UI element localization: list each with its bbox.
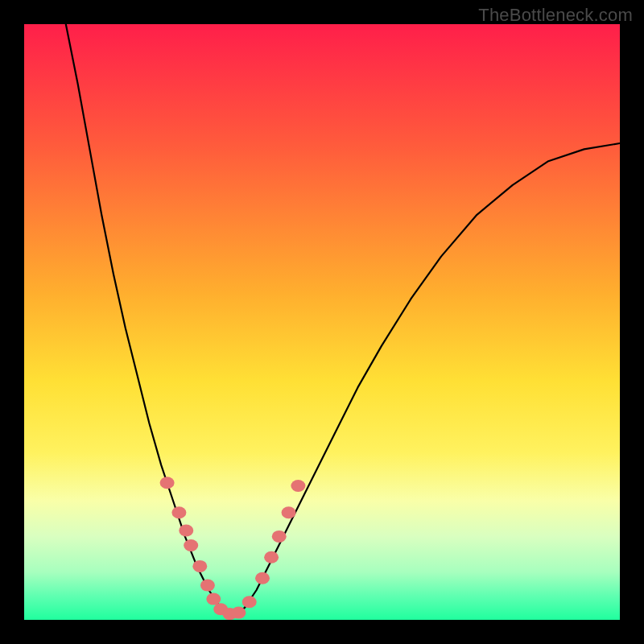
plot-svg bbox=[24, 24, 620, 620]
highlight-dot bbox=[291, 480, 305, 492]
highlight-dot bbox=[192, 560, 207, 572]
highlight-dot bbox=[200, 580, 215, 592]
chart-frame: TheBottleneck.com bbox=[0, 0, 644, 644]
watermark-text: TheBottleneck.com bbox=[478, 5, 633, 26]
highlight-dot bbox=[272, 530, 287, 543]
highlight-dot bbox=[184, 539, 198, 551]
highlight-dot bbox=[282, 506, 296, 518]
highlight-dot bbox=[242, 596, 257, 608]
highlight-dot bbox=[206, 593, 221, 605]
plot-area bbox=[24, 24, 620, 620]
highlight-dot bbox=[179, 525, 193, 537]
highlight-dot bbox=[231, 607, 246, 619]
highlight-dot bbox=[160, 477, 175, 489]
gradient-background bbox=[24, 24, 620, 620]
highlight-dot bbox=[264, 551, 279, 564]
highlight-dot bbox=[171, 506, 186, 518]
highlight-dot bbox=[255, 572, 270, 584]
